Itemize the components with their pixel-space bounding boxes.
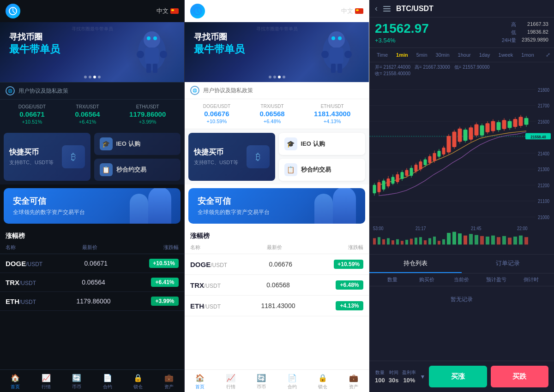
banner-robot-middle [309, 22, 364, 82]
tab-1mon[interactable]: 1mon [518, 51, 538, 59]
policy-bar-left[interactable]: 🌐 用户协议及隐私政策 [0, 82, 184, 100]
table-row-doge-left[interactable]: DOGE/USDT 0.06671 +10.51% [0, 254, 184, 273]
nav-coin-left[interactable]: 🔄 币币 [72, 373, 82, 390]
ticker-trx-pair: TRX/USDT [75, 104, 100, 109]
col-change-left: 涨跌幅 [163, 244, 179, 251]
low-value: 19836.82 [522, 29, 548, 36]
ticker-trx-change: +6.41% [75, 119, 100, 125]
logo-middle[interactable] [190, 4, 205, 18]
col-name-middle: 名称 [190, 244, 200, 251]
pair-trx-middle: TRX/USDT [190, 281, 221, 289]
nav-coin-middle[interactable]: 🔄 币币 [256, 373, 266, 390]
nav-home-left[interactable]: 🏠 首页 [10, 373, 20, 390]
tab-5min[interactable]: 5min [413, 51, 431, 59]
table-row-eth-middle[interactable]: ETH/USDT 1181.43000 +4.13% [185, 296, 369, 316]
tab-positions[interactable]: 持仓列表 [369, 255, 462, 273]
ticker-eth-left[interactable]: ETH/USDT 1179.86000 +3.99% [129, 104, 166, 125]
price-doge-left: 0.06671 [84, 260, 108, 267]
svg-text:21700: 21700 [538, 103, 550, 109]
futures-card-middle[interactable]: 📋 秒合约交易 [279, 159, 366, 181]
language-button-left[interactable]: 中文 [157, 7, 179, 15]
ieo-card-middle[interactable]: 🎓 IEO 认购 [279, 133, 366, 155]
quick-buy-card-left[interactable]: 快捷买币 支持BTC、USDT等 ₿ [4, 133, 90, 181]
change-doge-middle: +10.59% [334, 260, 363, 269]
person2-left [130, 194, 148, 224]
ieo-label-middle: IEO 认购 [301, 140, 325, 148]
ticker-trx-middle[interactable]: TRX/USDT 0.06568 +6.48% [259, 104, 284, 124]
chart-expand-icon[interactable]: ⤢ [546, 52, 550, 58]
ticker-eth-change: +3.99% [129, 119, 166, 125]
table-row-doge-middle[interactable]: DOGE/USDT 0.06676 +10.59% [185, 254, 369, 275]
menu-line3 [383, 11, 391, 12]
panel-right: ‹ BTC/USDT 21562.97 +3.54% 高 21667.33 低 … [369, 0, 554, 392]
ticker-doge-price-m: 0.06676 [203, 110, 230, 118]
svg-rect-132 [491, 236, 495, 245]
order-time-field[interactable]: 时间 30s [389, 369, 399, 384]
chart-ohlc-info: 开= 21627.44000 高= 21667.33000 低= 21557.9… [369, 62, 554, 79]
svg-rect-15 [330, 48, 343, 64]
panel-left: 中文 寻找市圈最牛带单员 寻找币圈 最牛带单员 [0, 0, 185, 392]
buy-button[interactable]: 买涨 [429, 366, 487, 387]
svg-rect-109 [378, 237, 380, 244]
nav-contract-left[interactable]: 📄 合约 [102, 373, 113, 390]
table-row-trx-middle[interactable]: TRX/USDT 0.06568 +6.48% [185, 275, 369, 296]
menu-button[interactable] [383, 6, 391, 12]
svg-rect-118 [419, 237, 422, 244]
order-dropdown-arrow[interactable]: ▼ [420, 374, 425, 380]
nav-market-left[interactable]: 📈 行情 [41, 373, 51, 390]
order-qty-field[interactable]: 数量 100 [375, 369, 385, 384]
ticker-eth-middle[interactable]: ETH/USDT 1181.43000 +4.13% [314, 104, 350, 124]
svg-rect-122 [438, 241, 440, 244]
safe-people-left [107, 188, 181, 224]
quick-buy-title: 快捷买币 [9, 148, 54, 157]
ieo-card-left[interactable]: 🎓 IEO 认购 [94, 133, 181, 155]
btc-icon-middle: ₿ [247, 145, 270, 168]
nav-assets-middle[interactable]: 💼 资产 [349, 373, 359, 390]
tab-orders[interactable]: 订单记录 [462, 255, 554, 273]
volume-label: 24H量 [502, 37, 516, 44]
nav-coin-label-middle: 币币 [257, 384, 266, 390]
tab-1hour[interactable]: 1hour [454, 51, 475, 59]
table-row-eth-left[interactable]: ETH/USDT 1179.86000 +3.99% [0, 292, 184, 311]
svg-point-4 [153, 36, 157, 40]
order-form: 数量 100 时间 30s 盈利率 10% ▼ 买涨 买跌 [369, 361, 554, 392]
policy-bar-middle[interactable]: 🌐 用户协议及隐私政策 [185, 82, 369, 99]
tab-1week[interactable]: 1week [495, 51, 517, 59]
ticker-doge-pair-m: DOGE/USDT [203, 104, 230, 109]
trading-tabs: 持仓列表 订单记录 [369, 254, 554, 273]
nav-lock-middle[interactable]: 🔒 锁仓 [318, 373, 328, 390]
m-dot2 [273, 76, 276, 78]
banner-left: 寻找市圈最牛带单员 寻找币圈 最牛带单员 [0, 22, 184, 82]
tab-30min[interactable]: 30min [432, 51, 453, 59]
nav-market-middle[interactable]: 📈 行情 [226, 373, 236, 390]
big-price: 21562.97 [375, 21, 429, 36]
col-price-middle: 最新价 [267, 244, 282, 251]
svg-rect-129 [475, 235, 478, 245]
language-button-middle[interactable]: 中文 [341, 7, 363, 15]
logo-left[interactable] [6, 4, 20, 18]
col-price-left: 最新价 [82, 244, 97, 251]
back-button[interactable]: ‹ [375, 4, 378, 13]
nav-contract-middle[interactable]: 📄 合约 [287, 373, 297, 390]
ticker-trx-left[interactable]: TRX/USDT 0.06564 +6.41% [75, 104, 100, 125]
panel-left-header: 中文 [0, 0, 184, 22]
nav-assets-left[interactable]: 💼 资产 [164, 373, 174, 390]
futures-card-left[interactable]: 📋 秒合约交易 [94, 159, 181, 181]
tab-1min[interactable]: 1min [392, 51, 412, 59]
tab-time[interactable]: Time [373, 51, 391, 59]
quick-buy-card-middle[interactable]: 快捷买币 支持BTC、USDT等 ₿ [188, 133, 275, 181]
sell-button[interactable]: 买跌 [491, 366, 548, 387]
svg-rect-134 [502, 236, 506, 244]
ticker-doge-middle[interactable]: DOGE/USDT 0.06676 +10.59% [203, 104, 230, 124]
nav-lock-left[interactable]: 🔒 锁仓 [133, 373, 143, 390]
col-buy-price: 购买价 [409, 276, 444, 283]
price-eth-left: 1179.86000 [77, 297, 111, 305]
table-row-trx-left[interactable]: TRX/USDT 0.06564 +6.41% [0, 273, 184, 292]
order-rate-field[interactable]: 盈利率 10% [402, 369, 416, 384]
futures-label-middle: 秒合约交易 [301, 166, 331, 174]
tab-1day[interactable]: 1day [476, 51, 494, 59]
nav-home-middle[interactable]: 🏠 首页 [195, 373, 205, 390]
bottom-nav-left: 🏠 首页 📈 行情 🔄 币币 📄 合约 🔒 锁仓 💼 资产 [0, 369, 184, 392]
ticker-doge-left[interactable]: DOGE/USDT 0.06671 +10.51% [18, 104, 46, 125]
svg-text:21800: 21800 [538, 87, 550, 93]
